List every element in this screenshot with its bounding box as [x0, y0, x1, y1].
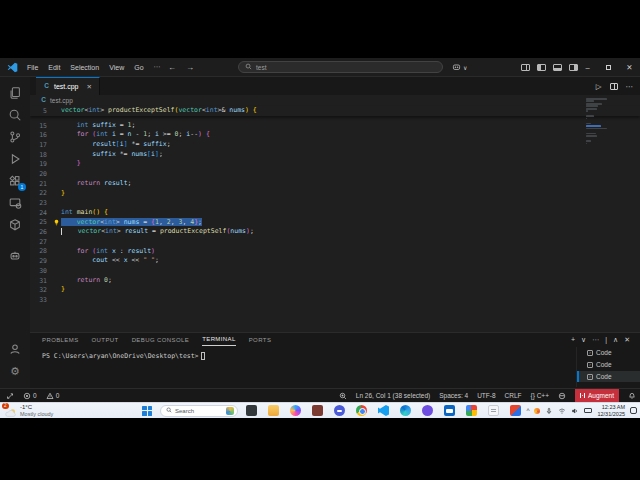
- weather-widget[interactable]: 2 -1°C Mostly cloudy: [4, 404, 53, 417]
- command-center-search[interactable]: test: [238, 61, 443, 73]
- code-line[interactable]: 30: [30, 266, 640, 276]
- new-terminal-button[interactable]: +: [571, 336, 575, 343]
- forward-icon[interactable]: →: [186, 63, 194, 72]
- volume-icon[interactable]: [571, 407, 579, 415]
- battery-icon[interactable]: [584, 408, 592, 413]
- edge-taskbar-icon[interactable]: [400, 405, 411, 416]
- copilot-app-taskbar-icon[interactable]: [290, 405, 301, 416]
- activity-settings-button[interactable]: ⚙: [6, 362, 24, 380]
- code-line[interactable]: 33: [30, 295, 640, 305]
- code-line[interactable]: 27: [30, 237, 640, 247]
- code-line[interactable]: 32}: [30, 285, 640, 295]
- terminal-list-item[interactable]: >Code: [577, 359, 640, 370]
- google-suite-taskbar-icon[interactable]: [466, 405, 477, 416]
- menu-item-file[interactable]: File: [22, 64, 43, 71]
- toggle-primary-sidebar-icon[interactable]: [521, 64, 530, 71]
- code-line[interactable]: 22}: [30, 189, 640, 199]
- code-line[interactable]: 24int main() {: [30, 208, 640, 218]
- activity-run-debug-button[interactable]: [6, 150, 24, 168]
- tab-test-cpp[interactable]: C test.cpp ✕: [36, 77, 100, 95]
- code-line[interactable]: 21 return result;: [30, 179, 640, 189]
- status-copilot-status[interactable]: [558, 389, 566, 402]
- code-line[interactable]: 31 return 0;: [30, 276, 640, 286]
- panel-tab-output[interactable]: OUTPUT: [92, 333, 119, 346]
- discord-taskbar-icon[interactable]: [422, 405, 433, 416]
- code-line[interactable]: 29 cout << x << " ";: [30, 256, 640, 266]
- status-indentation[interactable]: Spaces: 4: [439, 389, 468, 402]
- status-problems-errors[interactable]: 0: [23, 389, 37, 402]
- terminal-list-item[interactable]: >Code: [577, 371, 640, 382]
- dev-tool-taskbar-icon[interactable]: [510, 405, 521, 416]
- status-notifications[interactable]: [628, 389, 636, 402]
- activity-accounts-button[interactable]: [6, 340, 24, 358]
- close-button[interactable]: ✕: [619, 58, 640, 76]
- copilot-titlebar-button[interactable]: ∨: [452, 61, 467, 73]
- activity-search-button[interactable]: [6, 106, 24, 124]
- hidden-icons-chevron[interactable]: ^: [526, 407, 529, 414]
- status-language-mode[interactable]: {} C++: [531, 389, 549, 402]
- status-augment-status[interactable]: Augment: [575, 389, 619, 402]
- microphone-icon[interactable]: [545, 407, 553, 415]
- panel-tab-debug-console[interactable]: DEBUG CONSOLE: [132, 333, 190, 346]
- notepad-taskbar-icon[interactable]: [488, 405, 499, 416]
- start-button[interactable]: [142, 406, 152, 416]
- code-line[interactable]: 15 int suffix = 1;: [30, 121, 640, 131]
- more-actions-button[interactable]: ⋯: [626, 82, 634, 91]
- panel-tab-problems[interactable]: PROBLEMS: [42, 333, 79, 346]
- code-line[interactable]: 25 vector<int> nums = {1, 2, 3, 4};: [30, 218, 640, 228]
- teams-taskbar-icon[interactable]: [334, 405, 345, 416]
- code-line[interactable]: 19 }: [30, 159, 640, 169]
- code-line[interactable]: 18 suffix *= nums[i];: [30, 150, 640, 160]
- outlook-taskbar-icon[interactable]: [444, 405, 455, 416]
- breadcrumb[interactable]: C test.cpp: [30, 95, 640, 106]
- code-line[interactable]: 20: [30, 169, 640, 179]
- sticky-scroll-line[interactable]: 5vector<int> productExceptSelf(vector<in…: [30, 106, 640, 116]
- chrome-taskbar-icon[interactable]: [356, 405, 367, 416]
- close-panel-button[interactable]: ✕: [624, 336, 630, 344]
- code-line[interactable]: 23: [30, 198, 640, 208]
- more-actions-button[interactable]: ⋯: [592, 336, 599, 344]
- menu-item-edit[interactable]: Edit: [43, 64, 65, 71]
- terminal-content[interactable]: PS C:\Users\aryan\OneDrive\Desktop\test>: [42, 352, 205, 360]
- menu-item-[interactable]: ⋯: [149, 63, 166, 71]
- lightbulb-icon[interactable]: [53, 219, 60, 226]
- code-line[interactable]: 16 for (int i = n - 1; i >= 0; i--) {: [30, 130, 640, 140]
- maximize-panel-button[interactable]: ∧: [613, 336, 618, 344]
- minimize-button[interactable]: –: [577, 58, 598, 76]
- taskbar-clock[interactable]: 12:23 AM 12/31/2025: [597, 404, 625, 417]
- code-editor[interactable]: C test.cpp 5vector<int> productExceptSel…: [30, 95, 640, 332]
- menu-item-go[interactable]: Go: [129, 64, 148, 71]
- activity-explorer-button[interactable]: [6, 84, 24, 102]
- minimap[interactable]: [586, 98, 610, 148]
- menu-item-view[interactable]: View: [104, 64, 129, 71]
- wifi-icon[interactable]: [558, 407, 566, 415]
- terminal-list-item[interactable]: >Code: [577, 347, 640, 358]
- terminal-profile-dropdown-button[interactable]: ∨: [581, 336, 586, 344]
- menu-item-selection[interactable]: Selection: [65, 64, 104, 71]
- status-cursor-position[interactable]: Ln 26, Col 1 (38 selected): [356, 389, 430, 402]
- taskbar-search[interactable]: Search: [160, 405, 238, 417]
- status-eol-sequence[interactable]: CRLF: [505, 389, 522, 402]
- activity-source-control-button[interactable]: [6, 128, 24, 146]
- panel-tab-ports[interactable]: PORTS: [249, 333, 272, 346]
- split-editor-icon[interactable]: [610, 83, 618, 90]
- toggle-panel-icon[interactable]: [537, 64, 546, 71]
- back-icon[interactable]: ←: [168, 63, 176, 72]
- activity-containers-button[interactable]: [6, 216, 24, 234]
- code-line[interactable]: 17 result[i] *= suffix;: [30, 140, 640, 150]
- run-code-button[interactable]: ▷: [596, 82, 602, 91]
- sticky-scroll-line[interactable]: 5vector<int> productExceptSelf(vector<in…: [30, 106, 640, 116]
- code-line[interactable]: 28 for (int x : result): [30, 247, 640, 257]
- notification-center-icon[interactable]: [630, 407, 637, 414]
- code-line[interactable]: 26 vector<int> result = productExceptSel…: [30, 227, 640, 237]
- status-encoding[interactable]: UTF-8: [477, 389, 495, 402]
- status-remote-indicator[interactable]: [6, 389, 14, 402]
- panel-tab-terminal[interactable]: TERMINAL: [202, 333, 236, 346]
- file-explorer-taskbar-icon[interactable]: [268, 405, 279, 416]
- activity-extensions-button[interactable]: 1: [6, 172, 24, 190]
- copilot-tray-icon[interactable]: [534, 408, 540, 414]
- close-tab-icon[interactable]: ✕: [87, 83, 92, 91]
- status-zoom-indicator[interactable]: [339, 389, 347, 402]
- activity-remote-explorer-button[interactable]: [6, 194, 24, 212]
- status-problems-warnings[interactable]: 0: [46, 389, 60, 402]
